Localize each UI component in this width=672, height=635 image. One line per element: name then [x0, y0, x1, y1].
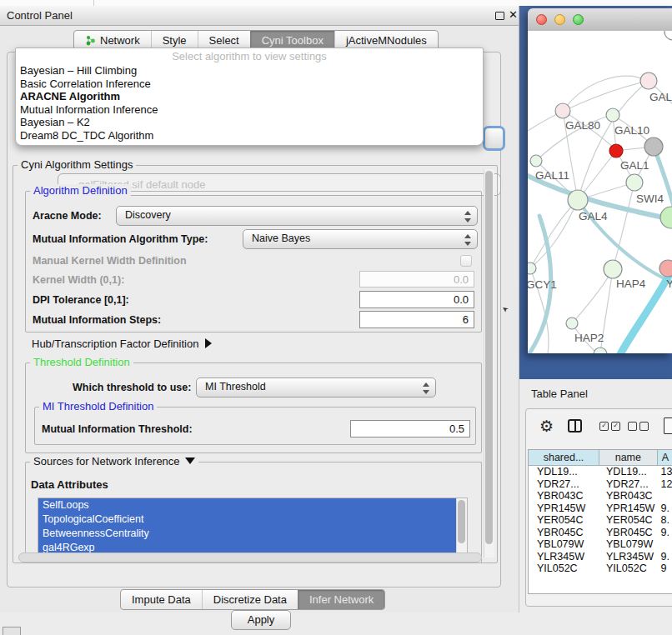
- gear-icon[interactable]: ⚙: [539, 417, 554, 436]
- settings-scrollbar-thumb[interactable]: [485, 171, 493, 544]
- split-panel-icon[interactable]: [568, 419, 582, 432]
- node-label-GAL10: GAL10: [614, 124, 649, 137]
- algorithm-option[interactable]: Dream8 DC_TDC Algorithm: [16, 129, 483, 142]
- column-header-2[interactable]: name: [599, 450, 658, 466]
- network-node-GAL4[interactable]: [568, 190, 588, 210]
- algorithm-option[interactable]: Bayesian – K2: [16, 116, 483, 129]
- attribute-item[interactable]: TopologicalCoefficient: [38, 512, 467, 527]
- table-cell: [658, 538, 672, 551]
- tab-label: Discretize Data: [213, 593, 287, 606]
- threshold-definition-title: Threshold Definition: [30, 356, 133, 368]
- network-node-bottom-node[interactable]: [594, 348, 607, 353]
- partial-bottom-icon[interactable]: [3, 627, 21, 635]
- top-strip: [0, 0, 672, 6]
- network-node-GAL1[interactable]: [626, 174, 643, 191]
- network-node-HAP4[interactable]: [604, 260, 622, 278]
- network-node-GAL10[interactable]: [606, 108, 619, 122]
- table-cell: 9.: [658, 502, 672, 515]
- network-node-HAP2[interactable]: [566, 318, 578, 329]
- data-attributes-list[interactable]: SelfLoopsTopologicalCoefficientBetweenne…: [38, 498, 468, 554]
- network-node-salmon-node[interactable]: [659, 260, 672, 277]
- network-node-SWI4[interactable]: [660, 207, 672, 228]
- close-icon[interactable]: ✕: [509, 8, 518, 21]
- network-node-red-node[interactable]: [609, 144, 623, 158]
- tab-label: Impute Data: [132, 593, 191, 606]
- mi-steps-label: Mutual Information Steps:: [33, 314, 161, 326]
- table-row[interactable]: YBR045CYBR045C9.: [529, 527, 672, 539]
- select-all-icon[interactable]: ✓✓: [599, 422, 620, 431]
- algorithm-option[interactable]: Bayesian – Hill Climbing: [16, 64, 483, 78]
- aracne-mode-combo[interactable]: Discovery: [116, 206, 478, 226]
- table-row[interactable]: YPR145WYPR145W9.: [529, 502, 672, 515]
- manual-kernel-checkbox[interactable]: [460, 255, 472, 267]
- table-cell: 9.: [658, 527, 672, 539]
- table-row[interactable]: YDL19...YDL19...13: [529, 466, 672, 478]
- hub-section-toggle[interactable]: Hub/Transcription Factor Definition: [32, 338, 212, 350]
- attribute-item[interactable]: BetweennessCentrality: [38, 527, 467, 541]
- algorithm-combo-focused[interactable]: [483, 126, 505, 151]
- node-label-HAP4: HAP4: [616, 278, 646, 290]
- zoom-traffic-light[interactable]: [573, 14, 584, 25]
- settings-vertical-scrollbar[interactable]: [484, 169, 494, 558]
- table-row[interactable]: YER054CYER054C8.: [529, 514, 672, 527]
- kernel-width-field: 0.0: [359, 271, 474, 288]
- attributes-scrollbar[interactable]: [456, 498, 467, 553]
- table-cell: 12: [658, 478, 672, 491]
- combo-arrows-icon: [422, 382, 429, 395]
- attributes-scrollbar-thumb[interactable]: [458, 500, 465, 543]
- network-node-gray-node[interactable]: [644, 138, 663, 156]
- node-label-GCY1: GCY1: [528, 278, 557, 291]
- which-threshold-label: Which threshold to use:: [73, 382, 191, 393]
- table-row[interactable]: YIL052CYIL052C9: [529, 562, 672, 575]
- apply-button[interactable]: Apply: [231, 610, 291, 630]
- attribute-item[interactable]: SelfLoops: [38, 498, 467, 512]
- network-node-GAL80[interactable]: [555, 103, 570, 118]
- float-window-icon[interactable]: [495, 12, 504, 20]
- table-row[interactable]: YBR043CYBR043C: [529, 490, 672, 502]
- table-cell: YDL19...: [599, 466, 658, 478]
- network-edge: [530, 200, 578, 268]
- network-node-GAL11[interactable]: [530, 155, 542, 167]
- mi-steps-field[interactable]: 6: [359, 311, 474, 328]
- network-node-gal-top[interactable]: [640, 72, 657, 89]
- table-cell: YLR345W: [599, 551, 658, 563]
- table-cell: YPR145W: [599, 502, 658, 515]
- table-row[interactable]: YBL079WYBL079W: [529, 538, 672, 551]
- table-panel: ⚙ ✓✓ shared...nameA YDL19...YDL19...13YD…: [525, 408, 672, 607]
- mi-type-combo[interactable]: Naive Bayes: [243, 229, 478, 249]
- tab-impute-data[interactable]: Impute Data: [121, 590, 202, 609]
- tab-infer-network[interactable]: Infer Network: [298, 590, 384, 609]
- aracne-mode-value: Discovery: [125, 209, 171, 221]
- expand-right-icon: [205, 338, 212, 348]
- table-row[interactable]: YDR27...YDR27...12: [529, 478, 672, 491]
- tab-discretize-data[interactable]: Discretize Data: [202, 590, 298, 609]
- table-cell: 9.: [658, 551, 672, 563]
- column-header-1[interactable]: shared...: [529, 450, 599, 466]
- dpi-tolerance-field[interactable]: 0.0: [359, 291, 474, 308]
- which-threshold-combo[interactable]: MI Threshold: [196, 378, 436, 398]
- mi-threshold-field[interactable]: 0.5: [350, 420, 470, 438]
- table-row[interactable]: YLR345WYLR345W9.: [529, 551, 672, 563]
- settings-horizontal-scrollbar[interactable]: [18, 552, 482, 562]
- algorithm-option[interactable]: Basic Correlation Inference: [16, 78, 483, 91]
- sources-box-title[interactable]: Sources for Network Inference: [30, 455, 198, 468]
- node-table[interactable]: shared...nameA YDL19...YDL19...13YDR27..…: [528, 449, 672, 594]
- network-canvas[interactable]: GALGAL80GAL10GAL11GAL1GAL4SWI4GCY1HAP4YH…: [528, 31, 672, 353]
- algorithm-option[interactable]: Mutual Information Inference: [16, 103, 483, 117]
- algorithm-option[interactable]: ARACNE Algorithm: [16, 90, 483, 103]
- node-label-SWI4: SWI4: [636, 192, 664, 205]
- column-header-3[interactable]: A: [658, 450, 672, 466]
- table-cell: YDL19...: [529, 466, 599, 478]
- document-icon[interactable]: [664, 418, 672, 434]
- minimize-traffic-light[interactable]: [554, 14, 565, 25]
- network-window-titlebar[interactable]: [528, 8, 672, 32]
- network-node-partial-top[interactable]: [664, 31, 672, 40]
- tab-label: Cyni Toolbox: [262, 34, 323, 47]
- deselect-all-icon[interactable]: [628, 422, 649, 431]
- network-node-GCY1[interactable]: [528, 262, 536, 274]
- table-cell: YBR045C: [529, 527, 599, 539]
- control-panel-titlebar: Control Panel ✕: [0, 6, 519, 26]
- table-cell: 9: [658, 562, 672, 575]
- close-traffic-light[interactable]: [536, 14, 547, 25]
- table-cell: 8.: [658, 514, 672, 527]
